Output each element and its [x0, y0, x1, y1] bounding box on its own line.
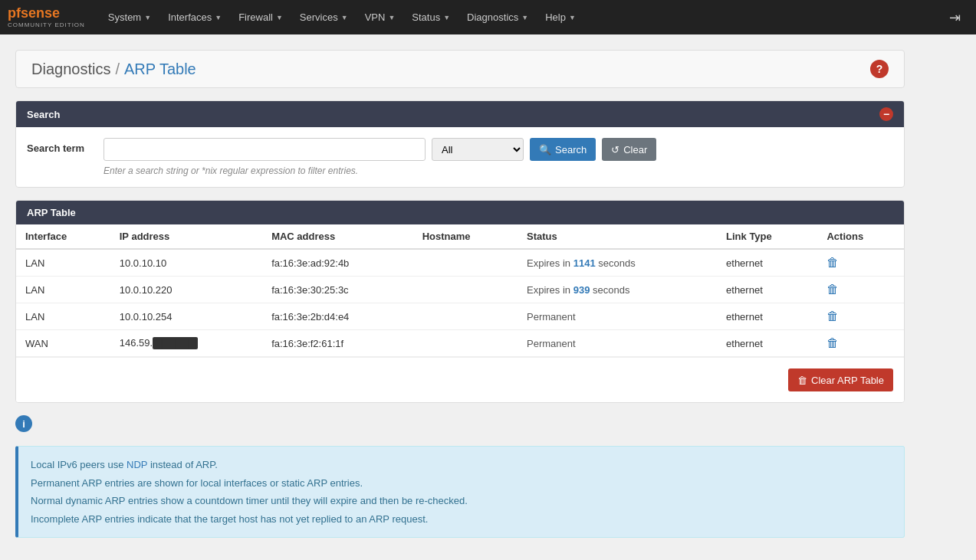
nav-status-label: Status: [412, 11, 440, 23]
arp-table-header: Interface IP address MAC address Hostnam…: [16, 224, 904, 249]
brand-name: pfsense: [8, 6, 85, 21]
chevron-down-icon: ▼: [521, 14, 528, 21]
info-line-permanent: Permanent ARP entries are shown for loca…: [31, 476, 892, 491]
nav-services-label: Services: [300, 11, 338, 23]
info-ndp-line: Local IPv6 peers use NDP instead of ARP.: [31, 457, 892, 473]
cell-actions: 🗑: [817, 277, 904, 303]
nav-interfaces[interactable]: Interfaces ▼: [160, 7, 229, 28]
collapse-button[interactable]: −: [879, 107, 893, 121]
nav-firewall[interactable]: Firewall ▼: [231, 7, 291, 28]
info-icon-indicator: i: [15, 415, 905, 438]
clear-button[interactable]: ↺ Clear: [602, 138, 656, 161]
chevron-down-icon: ▼: [215, 14, 222, 21]
delete-button[interactable]: 🗑: [826, 336, 839, 349]
cell-mac: fa:16:3e:30:25:3c: [262, 277, 413, 303]
search-panel-heading: Search −: [16, 101, 904, 127]
cell-status: Expires in 939 seconds: [518, 277, 717, 303]
chevron-down-icon: ▼: [443, 14, 450, 21]
brand-edition: COMMUNITY EDITION: [8, 21, 85, 28]
search-panel-title: Search: [27, 109, 60, 120]
nav-help-label: Help: [545, 11, 566, 23]
search-input[interactable]: [104, 138, 426, 161]
table-row: LAN 10.0.10.254 fa:16:3e:2b:d4:e4 Perman…: [16, 303, 904, 330]
nav-status[interactable]: Status ▼: [404, 7, 458, 28]
search-scope-select[interactable]: All: [432, 138, 524, 161]
cell-mac: fa:16:3e:2b:d4:e4: [262, 303, 413, 330]
delete-button[interactable]: 🗑: [826, 256, 839, 269]
cell-ip: 146.59.██████: [110, 330, 262, 357]
cell-interface: LAN: [16, 249, 110, 277]
arp-table-heading: ARP Table: [16, 201, 904, 224]
help-icon[interactable]: ?: [870, 60, 889, 78]
cell-status: Permanent: [518, 303, 717, 330]
table-row: LAN 10.0.10.10 fa:16:3e:ad:92:4b Expires…: [16, 249, 904, 277]
clear-arp-label: Clear ARP Table: [811, 375, 884, 386]
cell-status: Permanent: [518, 330, 717, 357]
header-row: Interface IP address MAC address Hostnam…: [16, 224, 904, 249]
delete-button[interactable]: 🗑: [826, 309, 839, 323]
nav-services[interactable]: Services ▼: [292, 7, 356, 28]
info-ndp-text1: Local IPv6 peers use: [31, 459, 127, 470]
search-button[interactable]: 🔍 Search: [530, 138, 596, 161]
nav-help[interactable]: Help ▼: [537, 7, 583, 28]
cell-ip: 10.0.10.220: [110, 277, 262, 303]
info-circle-icon: i: [15, 415, 32, 432]
nav-vpn[interactable]: VPN ▼: [357, 7, 403, 28]
navbar: pfsense COMMUNITY EDITION System ▼ Inter…: [0, 0, 976, 34]
nav-diagnostics-label: Diagnostics: [467, 11, 518, 23]
arp-table-body: LAN 10.0.10.10 fa:16:3e:ad:92:4b Expires…: [16, 249, 904, 357]
search-panel-body: Search term All 🔍 Search ↺ Clea: [16, 127, 904, 187]
col-interface: Interface: [16, 224, 110, 249]
info-ndp-text2: instead of ARP.: [150, 459, 218, 470]
page-header: Diagnostics / ARP Table ?: [15, 50, 905, 88]
table-row: LAN 10.0.10.220 fa:16:3e:30:25:3c Expire…: [16, 277, 904, 303]
cell-mac: fa:16:3e:f2:61:1f: [262, 330, 413, 357]
cell-linktype: ethernet: [717, 330, 817, 357]
redacted-ip: ██████: [153, 337, 198, 349]
chevron-down-icon: ▼: [569, 14, 576, 21]
clear-arp-area: 🗑 Clear ARP Table: [16, 357, 904, 402]
search-panel: Search − Search term All 🔍 Search: [15, 100, 905, 188]
cell-mac: fa:16:3e:ad:92:4b: [262, 249, 413, 277]
col-mac: MAC address: [262, 224, 413, 249]
cell-actions: 🗑: [817, 330, 904, 357]
nav-interfaces-label: Interfaces: [168, 11, 212, 23]
info-line-dynamic: Normal dynamic ARP entries show a countd…: [31, 493, 892, 509]
search-button-label: Search: [555, 144, 587, 156]
col-actions: Actions: [817, 224, 904, 249]
info-box: Local IPv6 peers use NDP instead of ARP.…: [15, 446, 905, 538]
search-row: All 🔍 Search ↺ Clear: [104, 138, 893, 161]
col-status: Status: [518, 224, 717, 249]
nav-diagnostics[interactable]: Diagnostics ▼: [459, 7, 536, 28]
brand-pf: pf: [8, 5, 21, 21]
search-form: Search term All 🔍 Search ↺ Clea: [27, 138, 893, 176]
clear-button-label: Clear: [623, 144, 647, 156]
breadcrumb-separator: /: [115, 61, 120, 78]
table-row: WAN 146.59.██████ fa:16:3e:f2:61:1f Perm…: [16, 330, 904, 357]
brand-sense: sense: [21, 5, 60, 21]
nav-system[interactable]: System ▼: [100, 7, 159, 28]
delete-button[interactable]: 🗑: [826, 283, 839, 296]
col-linktype: Link Type: [717, 224, 817, 249]
chevron-down-icon: ▼: [341, 14, 348, 21]
cell-ip: 10.0.10.10: [110, 249, 262, 277]
cell-interface: LAN: [16, 303, 110, 330]
cell-hostname: [413, 277, 518, 303]
cell-actions: 🗑: [817, 249, 904, 277]
nav-system-label: System: [108, 11, 141, 23]
cell-ip: 10.0.10.254: [110, 303, 262, 330]
ndp-link[interactable]: NDP: [127, 459, 147, 470]
brand-logo[interactable]: pfsense COMMUNITY EDITION: [8, 6, 85, 28]
clear-arp-table-button[interactable]: 🗑 Clear ARP Table: [788, 368, 893, 391]
info-line-incomplete: Incomplete ARP entries indicate that the…: [31, 512, 892, 527]
breadcrumb: Diagnostics / ARP Table: [31, 61, 196, 78]
cell-status: Expires in 1141 seconds: [518, 249, 717, 277]
breadcrumb-parent: Diagnostics: [31, 61, 110, 78]
search-label: Search term: [27, 138, 96, 154]
cell-hostname: [413, 330, 518, 357]
cell-actions: 🗑: [817, 303, 904, 330]
logout-button[interactable]: ⇥: [941, 5, 968, 31]
cell-hostname: [413, 249, 518, 277]
cell-interface: WAN: [16, 330, 110, 357]
arp-table: Interface IP address MAC address Hostnam…: [16, 224, 904, 357]
